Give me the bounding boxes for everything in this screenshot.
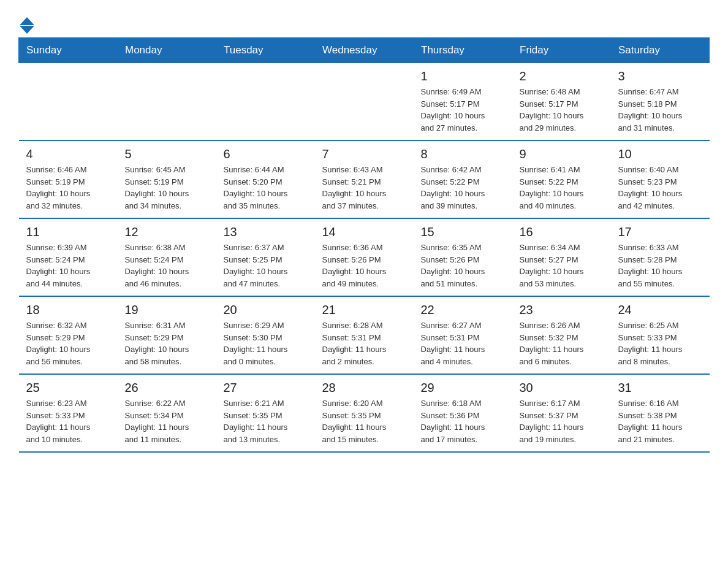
day-cell: 23Sunrise: 6:26 AM Sunset: 5:32 PM Dayli… — [512, 296, 611, 374]
day-cell: 21Sunrise: 6:28 AM Sunset: 5:31 PM Dayli… — [315, 296, 414, 374]
day-info: Sunrise: 6:29 AM Sunset: 5:30 PM Dayligh… — [224, 320, 308, 367]
day-info: Sunrise: 6:31 AM Sunset: 5:29 PM Dayligh… — [125, 320, 209, 367]
day-number: 11 — [26, 225, 110, 239]
day-number: 23 — [520, 303, 604, 317]
day-number: 24 — [618, 303, 702, 317]
day-info: Sunrise: 6:26 AM Sunset: 5:32 PM Dayligh… — [520, 320, 604, 367]
day-cell: 20Sunrise: 6:29 AM Sunset: 5:30 PM Dayli… — [216, 296, 315, 374]
day-cell: 15Sunrise: 6:35 AM Sunset: 5:26 PM Dayli… — [414, 218, 512, 296]
day-info: Sunrise: 6:32 AM Sunset: 5:29 PM Dayligh… — [26, 320, 110, 367]
day-cell: 6Sunrise: 6:44 AM Sunset: 5:20 PM Daylig… — [216, 140, 315, 218]
day-info: Sunrise: 6:18 AM Sunset: 5:36 PM Dayligh… — [421, 397, 505, 445]
day-cell: 26Sunrise: 6:22 AM Sunset: 5:34 PM Dayli… — [118, 374, 216, 452]
day-number: 13 — [224, 225, 308, 239]
day-number: 20 — [224, 303, 308, 317]
week-row-4: 18Sunrise: 6:32 AM Sunset: 5:29 PM Dayli… — [19, 296, 710, 374]
day-info: Sunrise: 6:34 AM Sunset: 5:27 PM Dayligh… — [520, 242, 604, 289]
week-row-2: 4Sunrise: 6:46 AM Sunset: 5:19 PM Daylig… — [19, 140, 710, 218]
day-number: 8 — [421, 147, 505, 161]
day-number: 22 — [421, 303, 505, 317]
day-info: Sunrise: 6:39 AM Sunset: 5:24 PM Dayligh… — [26, 242, 110, 289]
day-header-tuesday: Tuesday — [216, 38, 315, 63]
day-number: 19 — [125, 303, 209, 317]
day-cell: 18Sunrise: 6:32 AM Sunset: 5:29 PM Dayli… — [19, 296, 118, 374]
calendar-table: SundayMondayTuesdayWednesdayThursdayFrid… — [18, 37, 710, 453]
day-info: Sunrise: 6:42 AM Sunset: 5:22 PM Dayligh… — [421, 164, 505, 212]
day-info: Sunrise: 6:45 AM Sunset: 5:19 PM Dayligh… — [125, 164, 209, 212]
day-cell: 12Sunrise: 6:38 AM Sunset: 5:24 PM Dayli… — [118, 218, 216, 296]
week-row-5: 25Sunrise: 6:23 AM Sunset: 5:33 PM Dayli… — [19, 374, 710, 452]
day-info: Sunrise: 6:43 AM Sunset: 5:21 PM Dayligh… — [322, 164, 406, 212]
day-info: Sunrise: 6:47 AM Sunset: 5:18 PM Dayligh… — [618, 86, 702, 134]
day-number: 21 — [322, 303, 406, 317]
day-cell: 31Sunrise: 6:16 AM Sunset: 5:38 PM Dayli… — [611, 374, 710, 452]
day-number: 6 — [224, 147, 308, 161]
day-info: Sunrise: 6:40 AM Sunset: 5:23 PM Dayligh… — [618, 164, 702, 212]
day-info: Sunrise: 6:44 AM Sunset: 5:20 PM Dayligh… — [224, 164, 308, 212]
day-info: Sunrise: 6:27 AM Sunset: 5:31 PM Dayligh… — [421, 320, 505, 367]
day-number: 2 — [520, 69, 604, 83]
week-row-3: 11Sunrise: 6:39 AM Sunset: 5:24 PM Dayli… — [19, 218, 710, 296]
day-info: Sunrise: 6:48 AM Sunset: 5:17 PM Dayligh… — [520, 86, 604, 134]
day-info: Sunrise: 6:33 AM Sunset: 5:28 PM Dayligh… — [618, 242, 702, 289]
day-cell: 11Sunrise: 6:39 AM Sunset: 5:24 PM Dayli… — [19, 218, 118, 296]
day-info: Sunrise: 6:37 AM Sunset: 5:25 PM Dayligh… — [224, 242, 308, 289]
day-info: Sunrise: 6:21 AM Sunset: 5:35 PM Dayligh… — [224, 397, 308, 445]
day-info: Sunrise: 6:17 AM Sunset: 5:37 PM Dayligh… — [520, 397, 604, 445]
calendar-body: 1Sunrise: 6:49 AM Sunset: 5:17 PM Daylig… — [19, 63, 710, 453]
day-cell: 10Sunrise: 6:40 AM Sunset: 5:23 PM Dayli… — [611, 140, 710, 218]
day-cell: 7Sunrise: 6:43 AM Sunset: 5:21 PM Daylig… — [315, 140, 414, 218]
logo — [18, 17, 34, 31]
day-cell — [315, 63, 414, 141]
day-cell: 17Sunrise: 6:33 AM Sunset: 5:28 PM Dayli… — [611, 218, 710, 296]
day-number: 5 — [125, 147, 209, 161]
day-cell: 3Sunrise: 6:47 AM Sunset: 5:18 PM Daylig… — [611, 63, 710, 141]
day-number: 12 — [125, 225, 209, 239]
day-info: Sunrise: 6:35 AM Sunset: 5:26 PM Dayligh… — [421, 242, 505, 289]
day-number: 26 — [125, 381, 209, 395]
day-cell: 25Sunrise: 6:23 AM Sunset: 5:33 PM Dayli… — [19, 374, 118, 452]
day-header-friday: Friday — [512, 38, 611, 63]
day-number: 31 — [618, 381, 702, 395]
day-cell: 30Sunrise: 6:17 AM Sunset: 5:37 PM Dayli… — [512, 374, 611, 452]
day-number: 7 — [322, 147, 406, 161]
day-cell: 1Sunrise: 6:49 AM Sunset: 5:17 PM Daylig… — [414, 63, 512, 141]
day-number: 15 — [421, 225, 505, 239]
day-number: 1 — [421, 69, 505, 83]
day-number: 27 — [224, 381, 308, 395]
day-cell: 4Sunrise: 6:46 AM Sunset: 5:19 PM Daylig… — [19, 140, 118, 218]
day-number: 16 — [520, 225, 604, 239]
day-cell: 19Sunrise: 6:31 AM Sunset: 5:29 PM Dayli… — [118, 296, 216, 374]
day-info: Sunrise: 6:22 AM Sunset: 5:34 PM Dayligh… — [125, 397, 209, 445]
day-cell: 14Sunrise: 6:36 AM Sunset: 5:26 PM Dayli… — [315, 218, 414, 296]
day-info: Sunrise: 6:49 AM Sunset: 5:17 PM Dayligh… — [421, 86, 505, 134]
day-header-monday: Monday — [118, 38, 216, 63]
day-header-saturday: Saturday — [611, 38, 710, 63]
day-info: Sunrise: 6:36 AM Sunset: 5:26 PM Dayligh… — [322, 242, 406, 289]
day-number: 25 — [26, 381, 110, 395]
day-header-thursday: Thursday — [414, 38, 512, 63]
day-info: Sunrise: 6:23 AM Sunset: 5:33 PM Dayligh… — [26, 397, 110, 445]
day-cell — [19, 63, 118, 141]
day-info: Sunrise: 6:28 AM Sunset: 5:31 PM Dayligh… — [322, 320, 406, 367]
day-cell: 27Sunrise: 6:21 AM Sunset: 5:35 PM Dayli… — [216, 374, 315, 452]
day-cell: 16Sunrise: 6:34 AM Sunset: 5:27 PM Dayli… — [512, 218, 611, 296]
day-info: Sunrise: 6:16 AM Sunset: 5:38 PM Dayligh… — [618, 397, 702, 445]
day-cell: 8Sunrise: 6:42 AM Sunset: 5:22 PM Daylig… — [414, 140, 512, 218]
day-number: 3 — [618, 69, 702, 83]
day-cell — [118, 63, 216, 141]
day-number: 17 — [618, 225, 702, 239]
day-number: 4 — [26, 147, 110, 161]
day-number: 29 — [421, 381, 505, 395]
day-number: 14 — [322, 225, 406, 239]
day-number: 30 — [520, 381, 604, 395]
day-cell: 9Sunrise: 6:41 AM Sunset: 5:22 PM Daylig… — [512, 140, 611, 218]
day-header-sunday: Sunday — [19, 38, 118, 63]
day-header-wednesday: Wednesday — [315, 38, 414, 63]
day-info: Sunrise: 6:20 AM Sunset: 5:35 PM Dayligh… — [322, 397, 406, 445]
day-cell: 13Sunrise: 6:37 AM Sunset: 5:25 PM Dayli… — [216, 218, 315, 296]
day-info: Sunrise: 6:46 AM Sunset: 5:19 PM Dayligh… — [26, 164, 110, 212]
day-info: Sunrise: 6:38 AM Sunset: 5:24 PM Dayligh… — [125, 242, 209, 289]
day-cell — [216, 63, 315, 141]
calendar-header: SundayMondayTuesdayWednesdayThursdayFrid… — [19, 38, 710, 63]
